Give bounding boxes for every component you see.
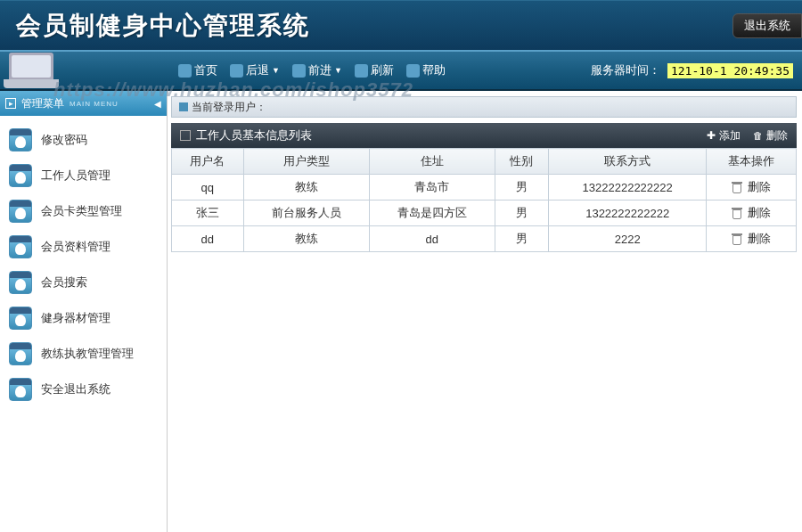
sidebar-item-label: 修改密码 xyxy=(41,133,87,148)
data-table: 用户名用户类型住址性别联系方式基本操作 qq教练青岛市男132222222222… xyxy=(171,148,797,252)
row-delete-button[interactable]: 删除 xyxy=(712,179,790,195)
delete-label: 删除 xyxy=(748,179,771,195)
menu-icon xyxy=(9,200,32,223)
delete-label: 删除 xyxy=(748,231,771,247)
panel-title: 工作人员基本信息列表 xyxy=(196,127,312,143)
back-icon xyxy=(230,64,243,78)
table-row: 张三前台服务人员青岛是四方区男1322222222222删除 xyxy=(172,201,797,226)
table-cell-contact: 2222 xyxy=(549,226,707,252)
plus-icon: ✚ xyxy=(707,129,716,142)
server-time-value: 121-10-1 20:49:35 xyxy=(667,63,793,78)
table-cell-gender: 男 xyxy=(495,226,548,252)
table-cell-addr: 青岛是四方区 xyxy=(369,201,495,226)
menu-icon xyxy=(9,342,32,365)
trash-icon xyxy=(732,208,742,219)
table-header: 联系方式 xyxy=(549,149,707,175)
content-area: 当前登录用户： 工作人员基本信息列表 ✚添加 🗑删除 用户名用户类型住址性别联系… xyxy=(168,91,802,532)
sidebar-menu: 修改密码工作人员管理会员卡类型管理会员资料管理会员搜索健身器材管理教练执教管理管… xyxy=(0,116,167,413)
sidebar-title: 管理菜单 xyxy=(21,96,64,111)
sidebar-item-5[interactable]: 健身器材管理 xyxy=(9,307,158,330)
panel-icon xyxy=(180,130,191,141)
table-cell-type: 教练 xyxy=(243,226,369,252)
table-cell-action: 删除 xyxy=(707,226,797,252)
sidebar-item-0[interactable]: 修改密码 xyxy=(9,128,158,151)
menu-icon xyxy=(9,164,32,187)
toolbar: https://www.huzhan.com/ishop3572 首页 后退▼ … xyxy=(0,50,802,91)
menu-icon xyxy=(9,271,32,294)
table-header-row: 用户名用户类型住址性别联系方式基本操作 xyxy=(172,149,797,175)
table-header: 性别 xyxy=(495,149,548,175)
table-cell-type: 前台服务人员 xyxy=(243,201,369,226)
nav-refresh[interactable]: 刷新 xyxy=(355,62,394,78)
chevron-down-icon: ▼ xyxy=(272,66,280,75)
sidebar-item-label: 工作人员管理 xyxy=(41,168,110,184)
table-row: qq教练青岛市男13222222222222删除 xyxy=(172,175,797,201)
sidebar-item-4[interactable]: 会员搜索 xyxy=(9,271,158,294)
row-delete-button[interactable]: 删除 xyxy=(712,231,790,247)
main-layout: ▸ 管理菜单 MAIN MENU ◀ 修改密码工作人员管理会员卡类型管理会员资料… xyxy=(0,91,802,532)
nav-home[interactable]: 首页 xyxy=(178,62,217,78)
sidebar-item-3[interactable]: 会员资料管理 xyxy=(9,235,158,258)
table-body: qq教练青岛市男13222222222222删除张三前台服务人员青岛是四方区男1… xyxy=(172,175,797,252)
table-cell-contact: 1322222222222 xyxy=(549,201,707,226)
table-header: 基本操作 xyxy=(707,149,797,175)
trash-icon: 🗑 xyxy=(753,130,763,141)
table-cell-contact: 13222222222222 xyxy=(549,175,707,201)
breadcrumb-icon xyxy=(179,102,188,111)
trash-icon xyxy=(732,233,742,245)
table-cell-action: 删除 xyxy=(707,201,797,226)
chevron-down-icon: ▼ xyxy=(334,66,342,75)
delete-label: 删除 xyxy=(748,205,771,221)
table-cell-addr: dd xyxy=(369,226,495,252)
table-header: 用户名 xyxy=(172,149,244,175)
sidebar-item-label: 教练执教管理管理 xyxy=(41,347,134,362)
table-row: dd教练dd男2222删除 xyxy=(172,226,797,252)
server-time: 服务器时间： 121-10-1 20:49:35 xyxy=(591,62,793,78)
laptop-icon xyxy=(9,53,53,88)
table-header: 住址 xyxy=(369,149,495,175)
nav-label: 前进 xyxy=(308,62,331,78)
sidebar-item-1[interactable]: 工作人员管理 xyxy=(9,164,158,187)
sidebar-item-label: 健身器材管理 xyxy=(41,311,110,326)
menu-icon xyxy=(9,235,32,258)
forward-icon xyxy=(292,64,306,78)
nav-label: 首页 xyxy=(194,62,217,78)
nav-forward[interactable]: 前进▼ xyxy=(292,62,342,78)
logout-button[interactable]: 退出系统 xyxy=(732,13,802,38)
menu-icon xyxy=(9,378,32,401)
refresh-icon xyxy=(355,64,368,78)
sidebar-item-7[interactable]: 安全退出系统 xyxy=(9,378,158,401)
nav-label: 帮助 xyxy=(422,62,446,78)
nav-label: 后退 xyxy=(246,62,269,78)
delete-label: 删除 xyxy=(766,128,788,143)
table-cell-type: 教练 xyxy=(243,175,369,201)
sidebar-item-6[interactable]: 教练执教管理管理 xyxy=(9,342,158,365)
table-cell-action: 删除 xyxy=(707,175,797,201)
table-cell-username: dd xyxy=(172,226,244,252)
home-icon xyxy=(178,64,192,78)
sidebar-toggle-icon[interactable]: ▸ xyxy=(5,98,16,109)
sidebar-item-label: 会员资料管理 xyxy=(41,240,110,255)
sidebar-item-2[interactable]: 会员卡类型管理 xyxy=(9,200,158,223)
delete-button[interactable]: 🗑删除 xyxy=(753,128,788,143)
sidebar-item-label: 会员卡类型管理 xyxy=(41,204,122,219)
table-cell-username: 张三 xyxy=(172,201,244,226)
panel-header: 工作人员基本信息列表 ✚添加 🗑删除 xyxy=(171,123,797,148)
add-button[interactable]: ✚添加 xyxy=(707,128,741,143)
sidebar: ▸ 管理菜单 MAIN MENU ◀ 修改密码工作人员管理会员卡类型管理会员资料… xyxy=(0,91,168,532)
app-banner: 会员制健身中心管理系统 退出系统 xyxy=(0,0,802,50)
app-title: 会员制健身中心管理系统 xyxy=(16,9,310,43)
add-label: 添加 xyxy=(719,128,741,143)
nav-label: 刷新 xyxy=(371,62,394,78)
table-cell-gender: 男 xyxy=(495,201,548,226)
sidebar-item-label: 会员搜索 xyxy=(41,275,87,291)
sidebar-collapse-icon[interactable]: ◀ xyxy=(154,99,161,109)
table-cell-username: qq xyxy=(172,175,244,201)
nav-help[interactable]: 帮助 xyxy=(406,62,446,78)
breadcrumb: 当前登录用户： xyxy=(171,96,797,118)
menu-icon xyxy=(9,307,32,330)
sidebar-subtitle: MAIN MENU xyxy=(70,100,119,108)
trash-icon xyxy=(732,182,742,193)
nav-back[interactable]: 后退▼ xyxy=(230,62,280,78)
row-delete-button[interactable]: 删除 xyxy=(712,205,790,221)
